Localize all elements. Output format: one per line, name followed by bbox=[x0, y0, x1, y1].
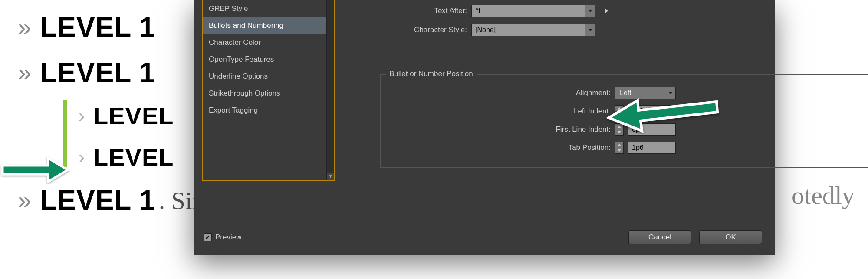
text-after-row: Text After: bbox=[389, 5, 758, 17]
tab-position-row: Tab Position: bbox=[524, 142, 676, 154]
alignment-select[interactable]: Left bbox=[615, 87, 676, 99]
category-sidebar: GREP Style Bullets and Numbering Charact… bbox=[202, 0, 335, 181]
sidebar-item-grep-style[interactable]: GREP Style bbox=[203, 0, 334, 17]
text-after-combo[interactable] bbox=[471, 5, 595, 17]
doc-text: LEVEL 1 bbox=[40, 184, 155, 216]
stepper-up-icon[interactable] bbox=[615, 142, 623, 148]
left-indent-stepper[interactable] bbox=[615, 105, 624, 117]
sidebar-item-opentype[interactable]: OpenType Features bbox=[203, 51, 334, 68]
left-indent-row: Left Indent: bbox=[524, 105, 676, 117]
doc-text: LEVEL 1 bbox=[40, 56, 155, 89]
dialog-button-row: Cancel OK bbox=[628, 230, 762, 244]
preview-checkbox-row[interactable]: ✓ Preview bbox=[204, 233, 241, 242]
background-cropped-word: otedly bbox=[792, 181, 855, 210]
preview-checkbox[interactable]: ✓ bbox=[204, 233, 212, 241]
doc-text: LEVEL 1 bbox=[40, 11, 155, 43]
doc-text: LEVEL bbox=[93, 102, 174, 130]
text-after-dropdown-button[interactable] bbox=[585, 5, 595, 17]
first-line-indent-input[interactable] bbox=[628, 123, 676, 136]
character-style-combo[interactable] bbox=[471, 24, 595, 36]
bullet-glyph: » bbox=[18, 60, 31, 85]
scroll-down-icon[interactable]: ▼ bbox=[327, 173, 334, 180]
first-line-indent-label: First Line Indent: bbox=[524, 125, 611, 134]
character-style-input[interactable] bbox=[472, 24, 585, 36]
preview-label: Preview bbox=[215, 233, 241, 242]
first-line-indent-stepper[interactable] bbox=[615, 123, 624, 136]
sidebar-item-underline[interactable]: Underline Options bbox=[203, 68, 334, 85]
tab-position-stepper[interactable] bbox=[615, 142, 624, 154]
alignment-dropdown-button[interactable] bbox=[665, 87, 675, 99]
character-style-dropdown-button[interactable] bbox=[585, 24, 595, 36]
stepper-down-icon[interactable] bbox=[615, 112, 623, 117]
fieldset-legend: Bullet or Number Position bbox=[386, 70, 477, 78]
text-after-input[interactable] bbox=[472, 5, 585, 17]
left-indent-input[interactable] bbox=[628, 105, 676, 117]
character-style-label: Character Style: bbox=[389, 26, 467, 34]
sidebar-item-strikethrough[interactable]: Strikethrough Options bbox=[203, 85, 334, 102]
first-line-indent-row: First Line Indent: bbox=[524, 123, 676, 136]
bullet-glyph: › bbox=[79, 107, 85, 125]
sidebar-item-bullets-numbering[interactable]: Bullets and Numbering bbox=[203, 17, 334, 34]
character-style-row: Character Style: bbox=[389, 24, 758, 36]
chevron-down-icon bbox=[668, 92, 673, 94]
stepper-up-icon[interactable] bbox=[615, 124, 623, 130]
ok-button[interactable]: OK bbox=[699, 230, 762, 244]
left-indent-label: Left Indent: bbox=[524, 107, 611, 116]
alignment-row: Alignment: Left bbox=[524, 87, 676, 99]
chevron-down-icon bbox=[588, 10, 592, 12]
cancel-button[interactable]: Cancel bbox=[628, 230, 691, 244]
text-after-label: Text After: bbox=[389, 7, 467, 15]
paragraph-style-dialog: GREP Style Bullets and Numbering Charact… bbox=[194, 0, 775, 255]
stepper-up-icon[interactable] bbox=[615, 106, 623, 112]
stepper-down-icon[interactable] bbox=[615, 130, 623, 136]
special-char-menu-icon[interactable] bbox=[605, 8, 608, 13]
bullet-glyph: › bbox=[79, 148, 85, 166]
stepper-down-icon[interactable] bbox=[615, 148, 623, 154]
tab-position-label: Tab Position: bbox=[524, 143, 611, 152]
indent-guide-bar bbox=[63, 100, 67, 167]
sidebar-item-character-color[interactable]: Character Color bbox=[203, 34, 334, 51]
bullet-glyph: » bbox=[18, 188, 31, 213]
doc-text: LEVEL bbox=[93, 143, 174, 171]
alignment-value: Left bbox=[615, 89, 665, 97]
bullet-glyph: » bbox=[18, 15, 31, 40]
tab-position-input[interactable] bbox=[628, 142, 676, 154]
alignment-label: Alignment: bbox=[524, 89, 611, 97]
sidebar-item-export-tagging[interactable]: Export Tagging bbox=[203, 102, 334, 119]
bullet-position-fieldset: Bullet or Number Position Alignment: Lef… bbox=[380, 74, 868, 168]
sidebar-scrollbar[interactable]: ▼ bbox=[326, 0, 334, 180]
chevron-down-icon bbox=[588, 29, 592, 31]
top-fields-group: Text After: Character Style: bbox=[389, 5, 758, 43]
